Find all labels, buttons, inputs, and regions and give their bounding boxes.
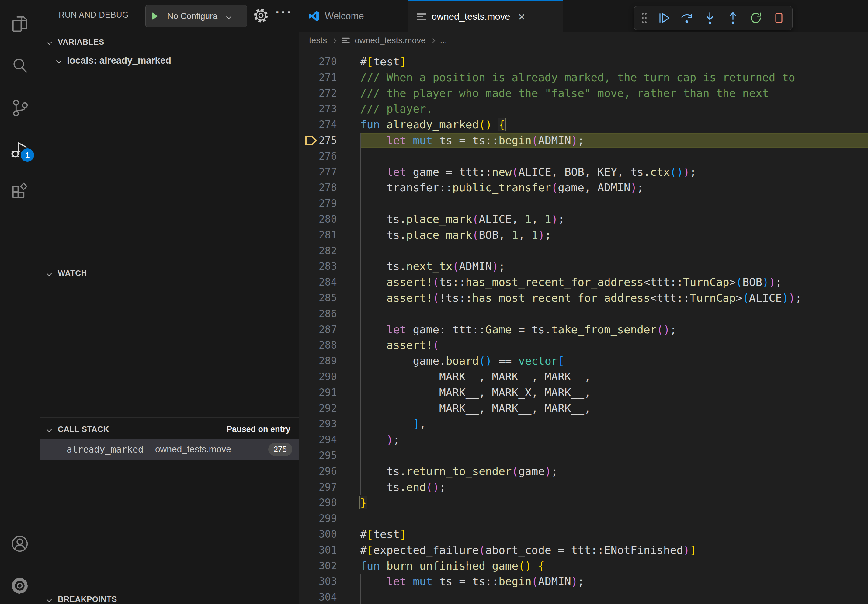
line-number[interactable]: 282 [319,243,335,259]
glyph-margin[interactable] [299,70,319,85]
code-line-283[interactable]: 283 ts.next_tx(ADMIN); [299,259,868,274]
code-line-281[interactable]: 281 ts.place_mark(BOB, 1, 1); [299,227,868,243]
line-number[interactable]: 272 [319,85,335,101]
glyph-margin[interactable] [299,527,319,542]
code-line-279[interactable]: 279 [299,195,868,211]
line-number[interactable]: 298 [319,495,335,511]
breadcrumb-file[interactable]: owned_tests.move [355,36,425,45]
line-number[interactable]: 278 [319,180,335,195]
code-text[interactable] [360,589,868,604]
line-number[interactable]: 294 [319,432,335,448]
line-number[interactable]: 287 [319,322,335,338]
code-text[interactable]: /// the player who made the "false" move… [360,85,868,101]
code-line-303[interactable]: 303 let mut ts = ts::begin(ADMIN); [299,574,868,589]
glyph-margin[interactable] [299,448,319,463]
code-text[interactable] [360,306,868,322]
code-text[interactable] [360,448,868,463]
code-line-299[interactable]: 299 [299,511,868,527]
code-text[interactable]: let game = ttt::new(ALICE, BOB, KEY, ts.… [360,164,868,180]
code-line-273[interactable]: 273/// player. [299,101,868,117]
code-line-286[interactable]: 286 [299,306,868,322]
line-number[interactable]: 286 [319,306,335,322]
glyph-margin[interactable] [299,401,319,417]
glyph-margin[interactable] [299,54,319,70]
line-number[interactable]: 274 [319,117,335,133]
line-number[interactable]: 301 [319,542,335,558]
code-text[interactable]: assert!( [360,337,868,353]
code-text[interactable]: ts.end(); [360,479,868,495]
line-number[interactable]: 277 [319,164,335,180]
code-text[interactable] [360,195,868,211]
code-line-301[interactable]: 301#[expected_failure(abort_code = ttt::… [299,542,868,558]
code-line-276[interactable]: 276 [299,149,868,164]
code-text[interactable]: #[test] [360,527,868,542]
call-stack-frame[interactable]: already_marked owned_tests.move 275 [40,438,299,460]
code-line-292[interactable]: 292 MARK__, MARK__, MARK__, [299,401,868,417]
tab-welcome[interactable]: Welcome [299,0,408,32]
settings-gear-icon[interactable] [0,567,40,604]
code-text[interactable] [360,243,868,259]
call-stack-section-header[interactable]: CALL STACK Paused on entry [40,421,299,437]
more-actions-icon[interactable]: ··· [276,5,293,20]
debug-config-dropdown[interactable]: No Configura [146,5,247,27]
line-number[interactable]: 281 [319,227,335,243]
breadcrumb-symbol[interactable]: ... [440,36,447,45]
glyph-margin[interactable] [299,495,319,511]
glyph-margin[interactable] [299,542,319,558]
debug-current-line-arrow-icon[interactable] [299,133,319,149]
glyph-margin[interactable] [299,353,319,369]
glyph-margin[interactable] [299,85,319,101]
code-text[interactable]: #[test] [360,54,868,70]
code-text[interactable]: ts.return_to_sender(game); [360,463,868,479]
line-number[interactable]: 296 [319,463,335,479]
line-number[interactable]: 285 [319,290,335,306]
line-number[interactable]: 292 [319,401,335,417]
code-editor[interactable]: 270#[test]271/// When a position is alre… [299,54,868,604]
code-line-290[interactable]: 290 MARK__, MARK__, MARK__, [299,369,868,385]
code-line-275[interactable]: 275 let mut ts = ts::begin(ADMIN); [299,133,868,149]
code-line-304[interactable]: 304 [299,589,868,604]
glyph-margin[interactable] [299,385,319,401]
step-over-button[interactable] [679,10,694,26]
code-text[interactable]: let mut ts = ts::begin(ADMIN); [360,133,868,149]
glyph-margin[interactable] [299,589,319,604]
code-text[interactable]: /// player. [360,101,868,117]
code-line-296[interactable]: 296 ts.return_to_sender(game); [299,463,868,479]
code-text[interactable]: } [360,495,868,511]
code-line-293[interactable]: 293 ], [299,416,868,432]
line-number[interactable]: 290 [319,369,335,385]
line-number[interactable]: 303 [319,574,335,589]
code-line-287[interactable]: 287 let game: ttt::Game = ts.take_from_s… [299,322,868,338]
glyph-margin[interactable] [299,274,319,290]
line-number[interactable]: 271 [319,70,335,85]
variables-locals-item[interactable]: locals: already_marked [40,52,299,69]
line-number[interactable]: 288 [319,337,335,353]
code-line-285[interactable]: 285 assert!(!ts::has_most_recent_for_add… [299,290,868,306]
glyph-margin[interactable] [299,195,319,211]
code-text[interactable]: assert!(ts::has_most_recent_for_address<… [360,274,868,290]
line-number[interactable]: 279 [319,195,335,211]
extensions-icon[interactable] [0,173,40,210]
code-text[interactable]: #[expected_failure(abort_code = ttt::ENo… [360,542,868,558]
glyph-margin[interactable] [299,211,319,227]
run-and-debug-icon[interactable]: 1 [0,132,40,168]
code-line-294[interactable]: 294 ); [299,432,868,448]
watch-section-header[interactable]: WATCH [40,265,299,281]
code-line-282[interactable]: 282 [299,243,868,259]
code-text[interactable]: MARK__, MARK__, MARK__, [360,401,868,417]
close-tab-icon[interactable]: × [518,11,525,23]
source-control-icon[interactable] [0,90,40,126]
line-number[interactable]: 284 [319,274,335,290]
code-text[interactable]: game.board() == vector[ [360,353,868,369]
stop-button[interactable] [771,10,787,26]
glyph-margin[interactable] [299,101,319,117]
code-text[interactable]: transfer::public_transfer(game, ADMIN); [360,180,868,195]
glyph-margin[interactable] [299,149,319,164]
code-line-300[interactable]: 300#[test] [299,527,868,542]
code-text[interactable]: ts.place_mark(ALICE, 1, 1); [360,211,868,227]
code-text[interactable]: ], [360,416,868,432]
glyph-margin[interactable] [299,259,319,274]
line-number[interactable]: 283 [319,259,335,274]
glyph-margin[interactable] [299,479,319,495]
code-text[interactable] [360,511,868,527]
